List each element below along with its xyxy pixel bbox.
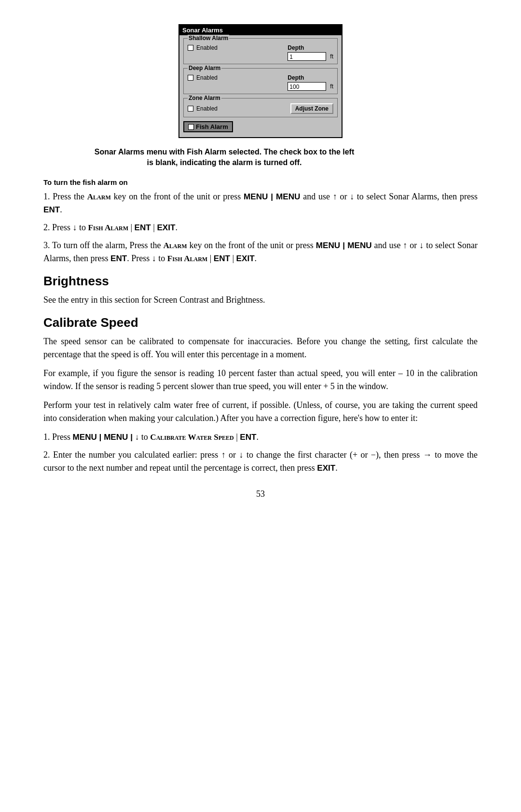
calibrate-step1: 1. Press MENU | MENU | to Calibrate Wate… [43,431,478,444]
calibrate-para2: For example, if you figure the sensor is… [43,367,478,393]
shallow-ft-label: ft [330,53,333,60]
calibrate-speed-heading: Calibrate Speed [43,315,478,330]
deep-depth-label: Depth [288,74,333,81]
shallow-depth-input[interactable]: 1 [288,52,326,61]
deep-alarm-section: Deep Alarm Enabled Depth 100 ft [183,68,338,94]
shallow-alarm-inner: Enabled Depth 1 ft [188,41,333,61]
adjust-zone-button[interactable]: Adjust Zone [290,103,333,114]
shallow-alarm-section: Shallow Alarm Enabled Depth 1 ft [183,38,338,64]
sonar-alarms-dialog: Sonar Alarms Shallow Alarm Enabled Depth [178,24,343,138]
deep-alarm-inner: Enabled Depth 100 ft [188,70,333,91]
shallow-enabled-text: Enabled [196,44,218,51]
brightness-heading: Brightness [43,274,478,289]
zone-enabled-row: Enabled [188,105,218,112]
page-number: 53 [43,489,478,499]
shallow-enabled-checkbox[interactable] [188,45,193,51]
dialog-body: Shallow Alarm Enabled Depth 1 ft [179,35,342,137]
brightness-body: See the entry in this section for Screen… [43,294,478,307]
fish-alarm-on-title: To turn the fish alarm on [43,178,478,186]
fish-alarm-row: Fish Alarm [183,121,338,132]
fish-step2: 2. Press to Fish Alarm | ENT | EXIT. [43,221,478,234]
deep-depth-value-row: 100 ft [288,82,333,91]
fish-alarm-checkbox[interactable] [188,124,194,130]
dialog-wrapper: Sonar Alarms Shallow Alarm Enabled Depth [178,24,343,138]
shallow-alarm-label: Shallow Alarm [188,35,229,42]
deep-enabled-text: Enabled [196,74,218,81]
deep-ft-label: ft [330,83,333,90]
shallow-depth-col: Depth 1 ft [288,44,333,61]
deep-enabled-row: Enabled [188,74,218,81]
zone-alarm-section: Zone Alarm Enabled Adjust Zone [183,98,338,117]
fish-step1: 1. Press the Alarm key on the front of t… [43,190,478,216]
zone-alarm-inner: Enabled Adjust Zone [188,100,333,114]
zone-alarm-label: Zone Alarm [188,95,221,101]
calibrate-para1: The speed sensor can be calibrated to co… [43,335,478,361]
caption: Sonar Alarms menu with Fish Alarm select… [43,147,405,168]
calibrate-para3: Perform your test in relatively calm wat… [43,399,478,425]
shallow-depth-value-row: 1 ft [288,52,333,61]
shallow-depth-label: Depth [288,44,333,51]
deep-depth-col: Depth 100 ft [288,74,333,91]
zone-enabled-text: Enabled [196,105,218,112]
deep-enabled-checkbox[interactable] [188,75,193,81]
fish-step3: 3. To turn off the alarm, Press the Alar… [43,239,478,265]
page-content: Sonar Alarms menu with Fish Alarm select… [43,147,478,499]
fish-alarm-label: Fish Alarm [196,123,228,130]
dialog-title: Sonar Alarms [179,25,342,35]
deep-alarm-label: Deep Alarm [188,65,221,71]
calibrate-step2: 2. Enter the number you calculated earli… [43,448,478,475]
shallow-enabled-row: Enabled [188,44,218,51]
fish-alarm-box[interactable]: Fish Alarm [183,121,233,132]
zone-enabled-checkbox[interactable] [188,106,193,112]
deep-depth-input[interactable]: 100 [288,82,326,91]
